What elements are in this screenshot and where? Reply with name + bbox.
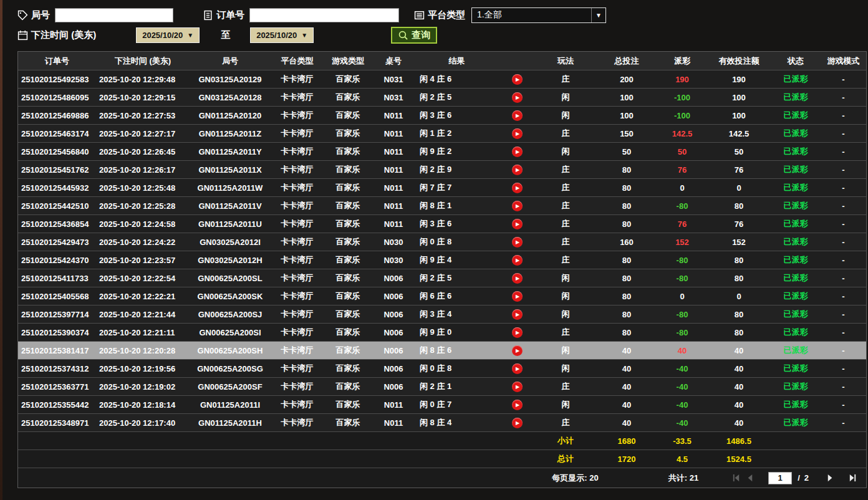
cell-valid-bet: 80 xyxy=(707,328,771,337)
replay-play-icon[interactable]: ▶ xyxy=(512,309,523,320)
cell-valid-bet: 0 xyxy=(707,183,771,193)
replay-play-icon[interactable]: ▶ xyxy=(512,400,523,410)
cell-play-method: 庄 xyxy=(535,254,596,266)
cell-play-method: 闲 xyxy=(535,146,596,157)
cell-play-method: 庄 xyxy=(535,182,596,193)
cell-round-id: GN00625A200SF xyxy=(190,382,271,392)
last-page-icon[interactable] xyxy=(847,473,857,483)
chevron-down-icon: ▼ xyxy=(301,32,307,39)
cell-replay: ▶ xyxy=(499,272,535,284)
cell-valid-bet: 40 xyxy=(707,382,771,392)
replay-play-icon[interactable]: ▶ xyxy=(512,345,523,356)
table-row[interactable]: 251020125463174 2025-10-20 12:27:17 GN01… xyxy=(18,125,866,143)
cell-play-method: 庄 xyxy=(535,128,596,139)
cell-status: 已派彩 xyxy=(771,128,821,139)
cell-bet-time: 2025-10-20 12:17:40 xyxy=(96,418,190,428)
table-row[interactable]: 251020125469886 2025-10-20 12:27:53 GN01… xyxy=(18,107,866,125)
table-row[interactable]: 251020125436854 2025-10-20 12:24:58 GN01… xyxy=(18,215,866,233)
replay-play-icon[interactable]: ▶ xyxy=(512,273,523,284)
replay-play-icon[interactable]: ▶ xyxy=(512,183,523,193)
cell-game-type: 百家乐 xyxy=(324,110,372,121)
replay-play-icon[interactable]: ▶ xyxy=(512,110,523,121)
cell-table-no: N011 xyxy=(372,165,415,175)
table-row[interactable]: 251020125429473 2025-10-20 12:24:22 GN03… xyxy=(18,233,866,251)
replay-play-icon[interactable]: ▶ xyxy=(512,255,523,266)
table-row[interactable]: 251020125411733 2025-10-20 12:22:54 GN00… xyxy=(18,269,866,287)
total-valid-bet: 1524.5 xyxy=(707,454,771,464)
cell-game-mode: - xyxy=(821,165,866,175)
total-total-bet: 1720 xyxy=(596,454,657,464)
cell-result: 闲 6 庄 6 xyxy=(415,291,499,302)
cell-status: 已派彩 xyxy=(771,254,821,266)
cell-platform: 卡卡湾厅 xyxy=(271,128,324,139)
replay-play-icon[interactable]: ▶ xyxy=(512,382,523,392)
replay-play-icon[interactable]: ▶ xyxy=(512,128,523,139)
table-row[interactable]: 251020125492583 2025-10-20 12:29:48 GN03… xyxy=(18,70,866,89)
table-row[interactable]: 251020125442510 2025-10-20 12:25:28 GN01… xyxy=(18,197,866,215)
total-count-text: 共计: 21 xyxy=(668,473,698,484)
table-row[interactable]: 251020125374312 2025-10-20 12:19:56 GN00… xyxy=(18,360,866,378)
table-row[interactable]: 251020125486095 2025-10-20 12:29:15 GN03… xyxy=(18,89,866,107)
date-to-picker[interactable]: 2025/10/20 ▼ xyxy=(250,27,314,43)
next-page-icon[interactable] xyxy=(825,473,835,483)
table-row[interactable]: 251020125355442 2025-10-20 12:18:14 GN01… xyxy=(18,396,866,414)
replay-play-icon[interactable]: ▶ xyxy=(512,92,523,103)
cell-valid-bet: 80 xyxy=(707,201,771,211)
table-row[interactable]: 251020125445932 2025-10-20 12:25:48 GN01… xyxy=(18,179,866,197)
cell-payout: 0 xyxy=(657,292,707,301)
round-id-input[interactable] xyxy=(55,8,173,22)
table-row[interactable]: 251020125451762 2025-10-20 12:26:17 GN01… xyxy=(18,161,866,179)
cell-total-bet: 100 xyxy=(596,111,657,120)
cell-play-method: 庄 xyxy=(535,200,596,211)
subtotal-row: 小计 1680 -33.5 1486.5 xyxy=(18,432,866,450)
date-from-picker[interactable]: 2025/10/20 ▼ xyxy=(136,27,200,43)
cell-replay: ▶ xyxy=(499,399,535,411)
replay-play-icon[interactable]: ▶ xyxy=(512,237,523,248)
table-row[interactable]: 251020125424370 2025-10-20 12:23:57 GN03… xyxy=(18,251,866,269)
replay-play-icon[interactable]: ▶ xyxy=(512,363,523,374)
cell-result: 闲 7 庄 7 xyxy=(415,182,499,193)
cell-result: 闲 2 庄 5 xyxy=(415,272,499,284)
table-row[interactable]: 251020125456840 2025-10-20 12:26:45 GN01… xyxy=(18,143,866,161)
table-row[interactable]: 251020125397714 2025-10-20 12:21:44 GN00… xyxy=(18,305,866,324)
cell-result: 闲 8 庄 1 xyxy=(415,200,499,211)
window-edge xyxy=(0,0,2,500)
replay-play-icon[interactable]: ▶ xyxy=(512,291,523,302)
cell-order-id: 251020125405568 xyxy=(18,292,96,301)
replay-play-icon[interactable]: ▶ xyxy=(512,327,523,338)
cell-platform: 卡卡湾厅 xyxy=(271,218,324,229)
page-number-input[interactable] xyxy=(768,472,792,484)
replay-play-icon[interactable]: ▶ xyxy=(512,201,523,211)
cell-play-method: 闲 xyxy=(535,363,596,374)
first-page-icon[interactable] xyxy=(731,473,741,483)
table-row[interactable]: 251020125348971 2025-10-20 12:17:40 GN01… xyxy=(18,414,866,432)
cell-total-bet: 40 xyxy=(596,400,657,410)
prev-page-icon[interactable] xyxy=(745,473,755,483)
cell-replay: ▶ xyxy=(499,92,535,103)
cell-platform: 卡卡湾厅 xyxy=(271,200,324,211)
table-row[interactable]: 251020125363771 2025-10-20 12:19:02 GN00… xyxy=(18,378,866,396)
replay-play-icon[interactable]: ▶ xyxy=(512,219,523,229)
cell-table-no: N011 xyxy=(372,219,415,229)
cell-result: 闲 2 庄 1 xyxy=(415,381,499,392)
replay-play-icon[interactable]: ▶ xyxy=(512,418,523,428)
table-row[interactable]: 251020125405568 2025-10-20 12:22:21 GN00… xyxy=(18,287,866,305)
replay-play-icon[interactable]: ▶ xyxy=(512,74,523,85)
cell-game-type: 百家乐 xyxy=(324,254,372,266)
query-button[interactable]: 查询 xyxy=(391,27,437,44)
replay-play-icon[interactable]: ▶ xyxy=(512,165,523,175)
cell-platform: 卡卡湾厅 xyxy=(271,381,324,392)
table-row[interactable]: 251020125381417 2025-10-20 12:20:28 GN00… xyxy=(18,342,866,360)
cell-status: 已派彩 xyxy=(771,182,821,193)
cell-result: 闲 3 庄 6 xyxy=(415,110,499,121)
cell-round-id: GN00625A200SK xyxy=(190,292,271,301)
platform-type-select[interactable]: 1.全部 ▼ xyxy=(471,7,606,23)
cell-order-id: 251020125469886 xyxy=(18,111,96,120)
replay-play-icon[interactable]: ▶ xyxy=(512,147,523,157)
order-id-input[interactable] xyxy=(249,8,399,22)
cell-result: 闲 0 庄 7 xyxy=(415,399,499,410)
cell-platform: 卡卡湾厅 xyxy=(271,110,324,121)
table-row[interactable]: 251020125390374 2025-10-20 12:21:11 GN00… xyxy=(18,324,866,342)
cell-total-bet: 80 xyxy=(596,183,657,193)
cell-total-bet: 80 xyxy=(596,165,657,175)
